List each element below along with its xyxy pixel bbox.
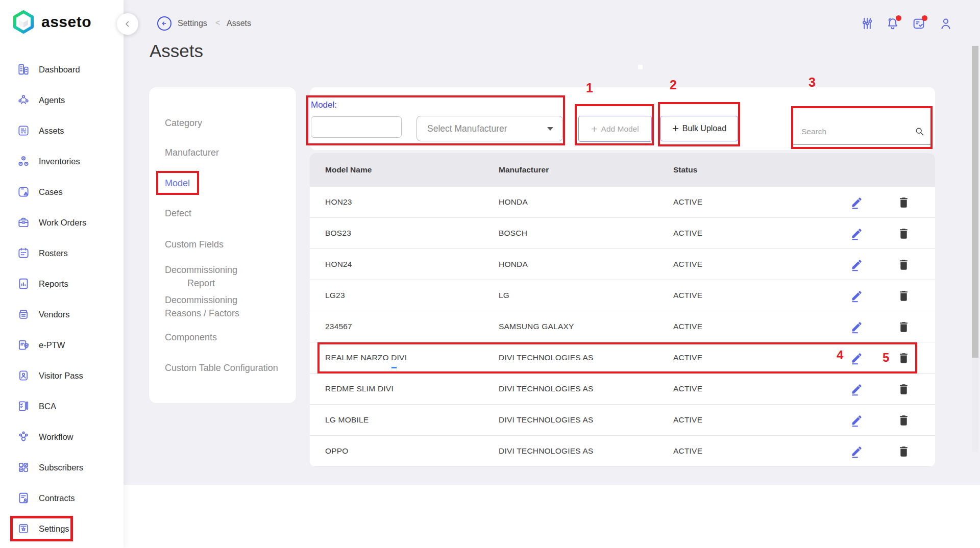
annotation-number-4: 4: [837, 348, 843, 362]
delete-icon[interactable]: [897, 444, 911, 458]
sidebar-item-inventories[interactable]: Inventories: [0, 146, 124, 177]
sidebar-item-rosters[interactable]: Rosters: [0, 238, 124, 268]
sidebar-item-label: Vendors: [39, 310, 70, 319]
sidebar-item-bca[interactable]: BCA: [0, 391, 124, 421]
cell-status: ACTIVE: [673, 249, 775, 280]
sidebar-item-label: Contracts: [39, 493, 75, 503]
edit-icon[interactable]: [850, 289, 864, 303]
sidebar-item-agents[interactable]: Agents: [0, 85, 124, 115]
edit-icon[interactable]: [850, 413, 864, 427]
bulk-upload-button[interactable]: + Bulk Upload: [660, 116, 738, 141]
delete-icon[interactable]: [897, 320, 911, 334]
search-field: [793, 118, 931, 145]
sidebar-item-e-ptw[interactable]: e-PTW: [0, 330, 124, 360]
edit-icon[interactable]: [850, 382, 864, 396]
column-model-name: Model Name: [325, 153, 494, 187]
edit-icon[interactable]: [850, 351, 864, 365]
sidebar-item-settings[interactable]: Settings: [0, 513, 124, 544]
subnav-item-custom-table-configuration[interactable]: Custom Table Configuration: [165, 361, 278, 375]
sidebar-item-label: Settings: [39, 524, 69, 534]
breadcrumb-settings[interactable]: Settings: [178, 19, 207, 28]
subnav-item-decommissioning-report[interactable]: Decommissioning Report: [165, 263, 260, 290]
edit-icon[interactable]: [850, 227, 864, 240]
subscribers-icon: [17, 461, 30, 474]
table-row: REDME SLIM DIVIDIVI TECHNOLOGIES ASACTIV…: [310, 373, 935, 405]
cell-model-name: 234567: [325, 311, 494, 342]
subnav-item-category[interactable]: Category: [165, 116, 202, 130]
models-table: Model Name Manufacturer Status HON23HOND…: [310, 153, 935, 467]
vendors-icon: [17, 308, 30, 321]
subnav-item-defect[interactable]: Defect: [165, 207, 191, 220]
subnav-item-components[interactable]: Components: [165, 331, 217, 344]
sidebar-item-dashboard[interactable]: Dashboard: [0, 54, 124, 85]
manufacturer-select-placeholder: Select Manufacturer: [427, 123, 547, 134]
edit-icon[interactable]: [850, 195, 864, 209]
search-input[interactable]: [800, 127, 914, 137]
delete-icon[interactable]: [897, 195, 911, 209]
agents-icon: [17, 93, 30, 107]
column-manufacturer: Manufacturer: [499, 153, 667, 187]
task-badge: [922, 15, 927, 21]
sidebar-item-assets[interactable]: Assets: [0, 115, 124, 146]
cell-model-name: BOS23: [325, 218, 494, 248]
delete-icon[interactable]: [897, 258, 911, 271]
sidebar-item-workflow[interactable]: Workflow: [0, 421, 124, 452]
sidebar-item-label: Visitor Pass: [39, 371, 83, 381]
contracts-icon: [17, 491, 30, 505]
cell-model-name: LG23: [325, 280, 494, 311]
cell-model-name: LG MOBILE: [325, 405, 494, 435]
table-row: LG MOBILEDIVI TECHNOLOGIES ASACTIVE: [310, 405, 935, 436]
chevron-down-icon: [547, 127, 553, 131]
sidebar-item-contracts[interactable]: Contracts: [0, 483, 124, 513]
sidebar-item-label: Inventories: [39, 157, 80, 166]
subnav-item-manufacturer[interactable]: Manufacturer: [165, 146, 219, 159]
sidebar-item-label: Agents: [39, 95, 65, 105]
delete-icon[interactable]: [897, 382, 911, 396]
user-profile-icon[interactable]: [939, 16, 953, 31]
edit-icon[interactable]: [850, 320, 864, 334]
filter-sliders-icon[interactable]: [860, 16, 874, 31]
dashboard-icon: [17, 63, 30, 76]
notifications-bell-icon[interactable]: [886, 16, 900, 31]
plus-icon: +: [672, 123, 679, 134]
subnav-item-custom-fields[interactable]: Custom Fields: [165, 238, 224, 251]
cell-manufacturer: HONDA: [499, 187, 667, 217]
back-button[interactable]: [157, 16, 172, 31]
sidebar-item-label: Work Orders: [39, 218, 86, 228]
sidebar-item-cases[interactable]: Cases: [0, 177, 124, 207]
table-row: HON24HONDAACTIVE: [310, 249, 935, 280]
column-status: Status: [673, 153, 775, 187]
table-row: HON23HONDAACTIVE: [310, 187, 935, 218]
visitor-pass-icon: [17, 369, 30, 382]
sidebar-item-label: Workflow: [39, 432, 74, 442]
breadcrumb-assets[interactable]: Assets: [227, 19, 251, 28]
task-check-icon[interactable]: [912, 16, 926, 31]
assets-icon: [17, 124, 30, 137]
sidebar-item-work-orders[interactable]: Work Orders: [0, 207, 124, 238]
subnav-item-model[interactable]: Model: [165, 177, 190, 190]
delete-icon[interactable]: [897, 413, 911, 427]
sidebar: asseto DashboardAgentsAssetsInventoriesC…: [0, 0, 124, 548]
subnav-item-decommissioning-reasons-factors[interactable]: Decommissioning Reasons / Factors: [165, 293, 260, 320]
manufacturer-select[interactable]: Select Manufacturer: [416, 116, 563, 141]
delete-icon[interactable]: [897, 351, 911, 365]
sidebar-collapse-button[interactable]: [117, 13, 138, 35]
search-icon[interactable]: [914, 126, 925, 137]
delete-icon[interactable]: [897, 227, 911, 240]
sidebar-item-visitor-pass[interactable]: Visitor Pass: [0, 360, 124, 391]
model-name-input[interactable]: [311, 116, 402, 138]
edit-icon[interactable]: [850, 258, 864, 271]
sidebar-item-subscribers[interactable]: Subscribers: [0, 452, 124, 483]
sidebar-item-reports[interactable]: Reports: [0, 268, 124, 299]
reports-icon: [17, 277, 30, 290]
add-model-button[interactable]: + Add Model: [578, 116, 652, 142]
delete-icon[interactable]: [897, 289, 911, 303]
sidebar-item-label: Cases: [39, 187, 63, 197]
annotation-number-3: 3: [808, 75, 816, 90]
cell-manufacturer: SAMSUNG GALAXY: [499, 311, 667, 342]
table-row: OPPODIVI TECHNOLOGIES ASACTIVE: [310, 436, 935, 467]
edit-icon[interactable]: [850, 444, 864, 458]
sidebar-item-vendors[interactable]: Vendors: [0, 299, 124, 330]
artifact-blue-dash: [391, 367, 397, 368]
scrollbar-thumb[interactable]: [972, 46, 978, 358]
